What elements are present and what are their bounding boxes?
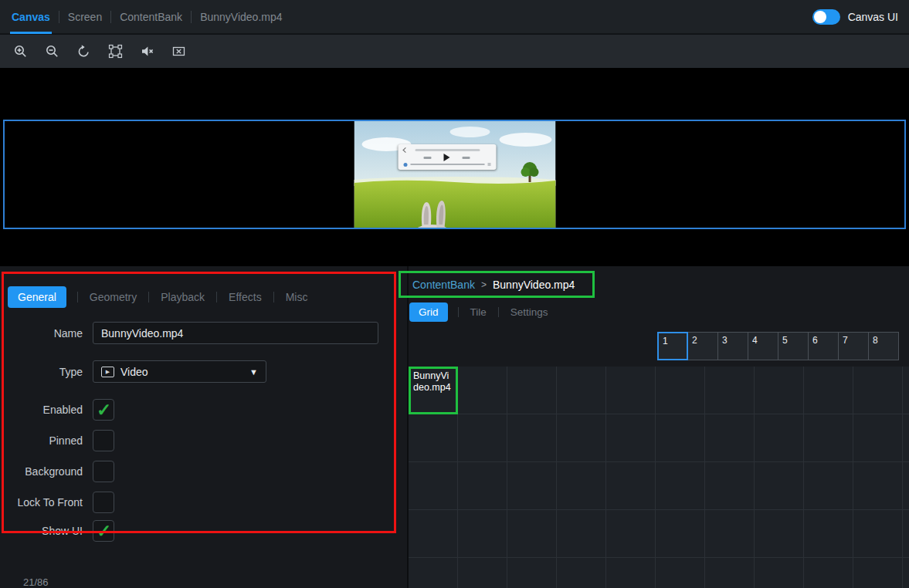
- grid-cell-empty[interactable]: [606, 414, 656, 462]
- zoom-out-icon[interactable]: [43, 43, 60, 60]
- column-header-2[interactable]: 2: [687, 332, 718, 360]
- mini-player-overlay[interactable]: [398, 144, 496, 170]
- show-ui-checkbox[interactable]: [93, 520, 114, 542]
- progress-handle-icon[interactable]: [403, 163, 407, 167]
- prev-icon[interactable]: [424, 157, 432, 159]
- video-preview[interactable]: [354, 121, 555, 228]
- grid-cell-empty[interactable]: [903, 462, 909, 510]
- canvas-viewport[interactable]: [0, 68, 909, 266]
- grid-cell-empty[interactable]: [705, 414, 755, 462]
- zoom-in-icon[interactable]: [12, 43, 29, 60]
- column-header-8[interactable]: 8: [868, 332, 899, 360]
- grid-cell-empty[interactable]: [656, 462, 705, 510]
- tab-general[interactable]: General: [8, 286, 66, 308]
- grid-cell-empty[interactable]: [656, 558, 705, 588]
- grid-cell-empty[interactable]: [804, 367, 853, 414]
- grid-cell-empty[interactable]: [507, 462, 557, 510]
- grid-cell-empty[interactable]: [755, 462, 804, 510]
- grid-cell-empty[interactable]: [705, 367, 755, 414]
- grid-cell-empty[interactable]: [606, 510, 656, 558]
- grid-cell-empty[interactable]: [853, 414, 903, 462]
- grid-cell-empty[interactable]: [458, 367, 507, 414]
- grid-cell-empty[interactable]: [409, 414, 458, 462]
- grid-cell-empty[interactable]: [606, 558, 656, 588]
- grid-cell-empty[interactable]: [656, 367, 705, 414]
- grid-cell-empty[interactable]: [804, 510, 853, 558]
- column-header-4[interactable]: 4: [748, 332, 778, 360]
- grid-cell-empty[interactable]: [853, 510, 903, 558]
- breadcrumb-contentbank-link[interactable]: ContentBank: [412, 279, 475, 291]
- background-checkbox[interactable]: [93, 461, 114, 482]
- grid-cell-empty[interactable]: [853, 462, 903, 510]
- grid-cell-empty[interactable]: [755, 367, 804, 414]
- tab-misc[interactable]: Misc: [274, 291, 320, 303]
- name-input[interactable]: [93, 322, 378, 344]
- column-header-7[interactable]: 7: [838, 332, 869, 360]
- grid-cell-bunnyvideo[interactable]: BunnyVideo.mp4: [409, 367, 458, 414]
- rotate-icon[interactable]: [75, 43, 92, 60]
- grid-cell-empty[interactable]: [458, 510, 507, 558]
- type-dropdown[interactable]: ▶ Video ▼: [93, 360, 266, 383]
- tab-bunnyvideo[interactable]: BunnyVideo.mp4: [192, 0, 290, 34]
- transform-icon[interactable]: [107, 43, 124, 60]
- lock-to-front-checkbox[interactable]: [93, 492, 114, 513]
- grid-cell-empty[interactable]: [903, 414, 909, 462]
- grid-cell-empty[interactable]: [903, 367, 909, 414]
- grid-cell-empty[interactable]: [458, 558, 507, 588]
- remove-box-icon[interactable]: [170, 43, 187, 60]
- grid-cell-empty[interactable]: [853, 367, 903, 414]
- grid-cell-empty[interactable]: [557, 414, 606, 462]
- tab-effects[interactable]: Effects: [217, 291, 273, 303]
- enabled-checkbox[interactable]: [93, 399, 114, 421]
- tab-contentbank[interactable]: ContentBank: [111, 0, 191, 34]
- tab-geometry[interactable]: Geometry: [78, 291, 148, 303]
- tab-tile[interactable]: Tile: [459, 306, 498, 318]
- video-stage[interactable]: [3, 120, 906, 229]
- grid-cell-empty[interactable]: [903, 510, 909, 558]
- grid-cell-empty[interactable]: [853, 558, 903, 588]
- grid-cell-empty[interactable]: [507, 414, 557, 462]
- tab-canvas[interactable]: Canvas: [3, 0, 59, 34]
- grid-cell-empty[interactable]: [804, 462, 853, 510]
- grid-cell-empty[interactable]: [606, 367, 656, 414]
- tab-settings[interactable]: Settings: [499, 306, 560, 318]
- grid-cell-empty[interactable]: [755, 558, 804, 588]
- grid-cell-empty[interactable]: [557, 367, 606, 414]
- canvas-ui-toggle[interactable]: [812, 9, 840, 25]
- grid-cell-empty[interactable]: [804, 558, 853, 588]
- grid-cell-empty[interactable]: [656, 414, 705, 462]
- grid-cell-empty[interactable]: [409, 558, 458, 588]
- grid-cell-empty[interactable]: [557, 510, 606, 558]
- tab-screen[interactable]: Screen: [59, 0, 110, 34]
- play-icon[interactable]: [444, 154, 450, 161]
- grid-cell-empty[interactable]: [903, 558, 909, 588]
- grid-cell-empty[interactable]: [705, 462, 755, 510]
- next-icon[interactable]: [463, 157, 470, 159]
- grid-cell-empty[interactable]: [507, 558, 557, 588]
- grid-cell-empty[interactable]: [705, 558, 755, 588]
- grid-cell-empty[interactable]: [507, 510, 557, 558]
- tab-playback[interactable]: Playback: [149, 291, 216, 303]
- grid-cell-empty[interactable]: [557, 558, 606, 588]
- grid-cell-empty[interactable]: [705, 510, 755, 558]
- mini-player-progress[interactable]: [403, 162, 490, 167]
- grid-cell-empty[interactable]: [557, 462, 606, 510]
- grid-cell-empty[interactable]: [409, 462, 458, 510]
- grid-cell-empty[interactable]: [755, 414, 804, 462]
- grid-cell-empty[interactable]: [409, 510, 458, 558]
- mute-icon[interactable]: [138, 43, 155, 60]
- column-header-3[interactable]: 3: [717, 332, 748, 360]
- grid-cell-empty[interactable]: [507, 367, 557, 414]
- grid-cell-empty[interactable]: [804, 414, 853, 462]
- column-header-1[interactable]: 1: [657, 332, 688, 360]
- tab-grid[interactable]: Grid: [409, 302, 448, 322]
- column-header-6[interactable]: 6: [808, 332, 839, 360]
- grid-cell-empty[interactable]: [606, 462, 656, 510]
- grid-cell-empty[interactable]: [458, 414, 507, 462]
- column-header-5[interactable]: 5: [778, 332, 809, 360]
- back-chevron-icon[interactable]: [402, 147, 408, 153]
- grid-cell-empty[interactable]: [755, 510, 804, 558]
- grid-cell-empty[interactable]: [458, 462, 507, 510]
- grid-cell-empty[interactable]: [656, 510, 705, 558]
- pinned-checkbox[interactable]: [93, 430, 114, 451]
